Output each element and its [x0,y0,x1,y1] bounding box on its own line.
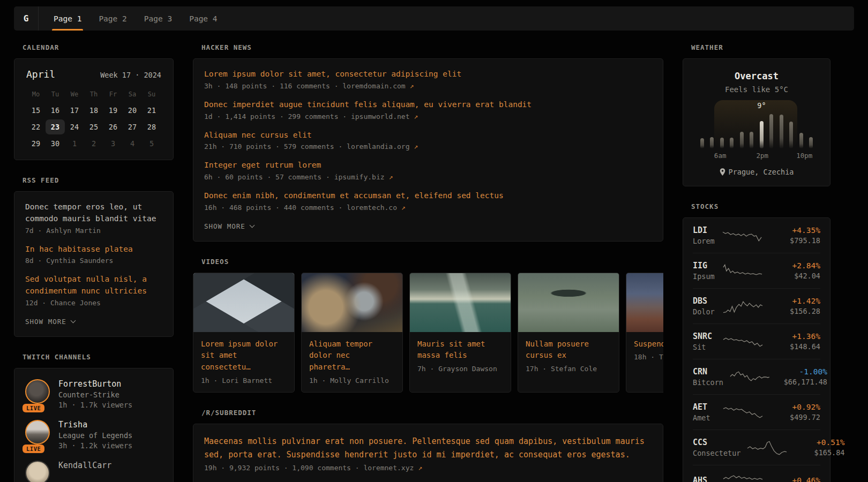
stock-name: Lorem [693,237,716,245]
tab-page-3[interactable]: Page 3 [144,6,172,31]
avatar [25,379,50,404]
stock-symbol: AET [693,402,716,412]
stock-change: +0.51% [793,438,844,447]
stock-price: $148.64 [769,342,820,351]
external-link-icon[interactable]: ↗ [418,464,422,472]
twitch-channel-trisha[interactable]: LIVE Trisha League of Legends 3h · 1.2k … [25,420,162,450]
stock-row-crn[interactable]: CRNBitcorn -1.00%$66,171.48 [693,359,820,395]
stock-name: Ipsum [693,272,716,281]
hn-item: Donec enim nibh, condimentum et accumsan… [204,190,652,212]
external-link-icon[interactable]: ↗ [401,204,406,212]
calendar-day: 19 [103,103,123,118]
weather-bar [780,115,783,148]
video-title[interactable]: Aliquam tempor dolor nec pharetra… [309,338,395,373]
show-more-label: SHOW MORE [25,318,66,326]
tab-page-1[interactable]: Page 1 [54,6,81,31]
rss-item: Sed volutpat nulla nisl, a condimentum n… [25,274,162,307]
video-title[interactable]: Suspendisse diam [634,338,663,350]
stock-price: $165.84 [793,448,844,457]
hn-item-link[interactable]: Integer eget rutrum lorem [204,160,652,171]
video-title[interactable]: Nullam posuere cursus ex [526,338,611,362]
stock-price: $499.72 [769,413,820,421]
weather-bar-current [760,121,764,148]
external-link-icon[interactable]: ↗ [410,82,414,90]
video-thumbnail[interactable] [193,273,294,332]
calendar-week-label: Week 17 · 2024 [100,71,161,79]
video-thumbnail[interactable] [626,273,663,332]
stock-price: $66,171.48 [776,378,827,386]
video-card[interactable]: Mauris sit amet massa felis 7h · Grayson… [409,273,511,393]
tab-page-2[interactable]: Page 2 [99,6,126,31]
hn-item-link[interactable]: Lorem ipsum dolor sit amet, consectetur … [204,69,652,80]
video-thumbnail[interactable] [410,273,511,332]
hn-item-link[interactable]: Donec enim nibh, condimentum et accumsan… [204,190,652,202]
stock-name: Bitcorn [693,378,723,387]
stock-name: Consectetur [693,449,740,457]
hn-item: Lorem ipsum dolor sit amet, consectetur … [204,69,652,90]
twitch-channel-kendallcarr[interactable]: KendallCarr [25,461,162,482]
weather-bar [789,122,793,148]
video-card[interactable]: Aliquam tempor dolor nec pharetra… 1h · … [301,273,403,393]
rss-item-link[interactable]: Sed volutpat nulla nisl, a condimentum n… [25,274,162,297]
rss-section: RSS FEED Donec tempor eros leo, ut commo… [14,176,174,337]
stock-row-ldi[interactable]: LDILorem +4.35%$795.18 [693,218,820,253]
hn-item-link[interactable]: Aliquam nec cursus elit [204,130,652,141]
video-thumbnail[interactable] [302,273,402,332]
hacker-news-section-title: HACKER NEWS [201,43,663,51]
calendar-weekday: Sa [123,87,142,101]
stock-row-iig[interactable]: IIGIpsum +2.84%$42.04 [693,253,820,289]
stock-change: +1.42% [769,297,820,305]
external-link-icon[interactable]: ↗ [388,173,393,181]
stock-row-ccs[interactable]: CCSConsectetur +0.51%$165.84 [693,430,820,465]
stocks-section-title: STOCKS [691,202,830,210]
weather-bar [730,138,734,148]
stocks-section: STOCKS LDILorem +4.35%$795.18 IIGIpsum +… [683,202,830,482]
video-title[interactable]: Lorem ipsum dolor sit amet consectetu… [201,338,287,373]
hn-show-more-button[interactable]: SHOW MORE [204,221,254,234]
weather-hourly-chart: 9° [696,100,817,148]
stock-row-aet[interactable]: AETAmet +0.92%$499.72 [693,395,820,430]
stock-row-ahs[interactable]: AHS +0.46% [693,465,820,482]
weather-section: WEATHER Overcast Feels like 5°C 9° 6am 2… [683,43,830,186]
tab-label: Page 4 [189,14,217,23]
external-link-icon[interactable]: ↗ [414,142,418,150]
stock-row-dbs[interactable]: DBSDolor +1.42%$156.28 [693,289,820,324]
video-thumbnail[interactable] [518,273,619,332]
calendar-day: 3 [103,136,123,151]
calendar-day: 4 [123,136,142,151]
hacker-news-card: Lorem ipsum dolor sit amet, consectetur … [193,58,663,242]
rss-item-link[interactable]: In hac habitasse platea [25,244,162,255]
avatar [25,420,50,445]
avatar [25,461,50,482]
stock-symbol: AHS [693,476,716,482]
middle-column: HACKER NEWS Lorem ipsum dolor sit amet, … [193,43,663,482]
rss-show-more-button[interactable]: SHOW MORE [25,317,75,329]
hn-item: Aliquam nec cursus elit 21h · 710 points… [204,130,652,151]
stock-row-snrc[interactable]: SNRCSit +1.36%$148.64 [693,324,820,359]
external-link-icon[interactable]: ↗ [414,112,418,120]
rss-item: Donec tempor eros leo, ut commodo mauris… [25,201,162,235]
rss-item: In hac habitasse platea 8d · Cynthia Sau… [25,244,162,265]
rss-item-link[interactable]: Donec tempor eros leo, ut commodo mauris… [25,201,162,225]
tab-page-4[interactable]: Page 4 [189,6,217,31]
hn-item-link[interactable]: Donec imperdiet augue tincidunt felis al… [204,99,652,111]
video-card[interactable]: Nullam posuere cursus ex 17h · Stefan Co… [518,273,619,393]
stock-change: +0.92% [769,403,820,411]
video-title[interactable]: Mauris sit amet massa felis [417,338,503,362]
video-card[interactable]: Suspendisse diam 18h · Tara [626,273,663,393]
subreddit-post-link[interactable]: Maecenas mollis pulvinar erat non posuer… [204,435,652,462]
weather-bar [799,133,803,148]
twitch-channel-forrestburton[interactable]: LIVE ForrestBurton Counter-Strike 1h · 1… [25,379,162,409]
weather-bar [769,114,773,148]
hn-item-meta: 1d · 1,414 points · 299 comments · ipsum… [204,112,652,120]
calendar-day: 24 [65,119,84,134]
chevron-down-icon [70,318,76,323]
app-logo[interactable]: G [14,6,39,31]
stock-name: Sit [693,343,716,351]
stock-name: Amet [693,413,716,422]
weather-bar [750,132,753,148]
stock-sparkline [722,298,764,314]
calendar-weekday: Tu [46,87,65,101]
video-card[interactable]: Lorem ipsum dolor sit amet consectetu… 1… [193,273,295,393]
dashboard-page: G Page 1 Page 2 Page 3 Page 4 CALENDAR A… [0,0,868,482]
